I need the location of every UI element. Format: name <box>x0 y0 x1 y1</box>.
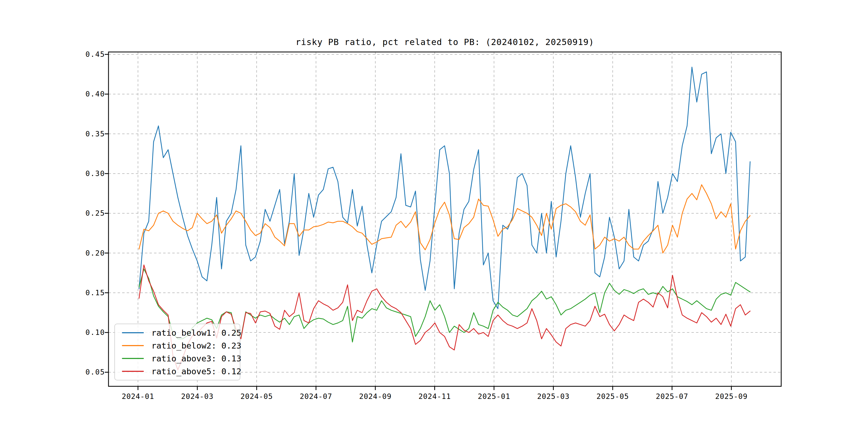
legend-label: ratio_above5: 0.12 <box>151 367 241 376</box>
legend-label: ratio_below1: 0.25 <box>151 328 241 338</box>
chart-figure: risky PB ratio, pct related to PB: (2024… <box>0 0 868 434</box>
legend-item-ratio_above3: ratio_above3: 0.13 <box>115 353 240 363</box>
legend-line-swatch <box>122 332 144 333</box>
y-tick-label: 0.45 <box>62 51 105 58</box>
legend-line-swatch <box>122 345 144 346</box>
x-tick-label: 2025-07 <box>643 393 702 400</box>
x-tick-label: 2024-05 <box>227 393 286 400</box>
legend-line-swatch <box>122 358 144 359</box>
y-tick-label: 0.20 <box>62 249 105 257</box>
x-tick-label: 2024-07 <box>287 393 346 400</box>
y-tick-label: 0.10 <box>62 329 105 336</box>
legend-label: ratio_above3: 0.13 <box>151 353 241 363</box>
y-tick-label: 0.35 <box>62 130 105 137</box>
legend-line-swatch <box>122 371 144 372</box>
legend-label: ratio_below2: 0.23 <box>151 341 241 350</box>
x-tick-label: 2024-01 <box>108 393 167 400</box>
x-tick-label: 2025-01 <box>465 393 524 400</box>
y-tick-label: 0.25 <box>62 210 105 217</box>
x-tick-label: 2025-03 <box>524 393 583 400</box>
x-tick-label: 2025-05 <box>583 393 642 400</box>
series-line-ratio_below1 <box>139 67 750 309</box>
legend-item-ratio_below2: ratio_below2: 0.23 <box>115 341 240 350</box>
legend-item-ratio_below1: ratio_below1: 0.25 <box>115 328 240 338</box>
y-tick-label: 0.30 <box>62 170 105 177</box>
x-tick-label: 2024-11 <box>405 393 464 400</box>
x-tick-label: 2025-09 <box>702 393 761 400</box>
y-tick-label: 0.40 <box>62 90 105 97</box>
series-line-ratio_below2 <box>139 185 750 253</box>
y-tick-label: 0.15 <box>62 289 105 296</box>
legend-item-ratio_above5: ratio_above5: 0.12 <box>115 367 240 376</box>
legend-box: ratio_below1: 0.25ratio_below2: 0.23rati… <box>114 323 240 380</box>
y-tick-label: 0.05 <box>62 368 105 376</box>
x-tick-label: 2024-03 <box>168 393 227 400</box>
x-tick-label: 2024-09 <box>346 393 405 400</box>
